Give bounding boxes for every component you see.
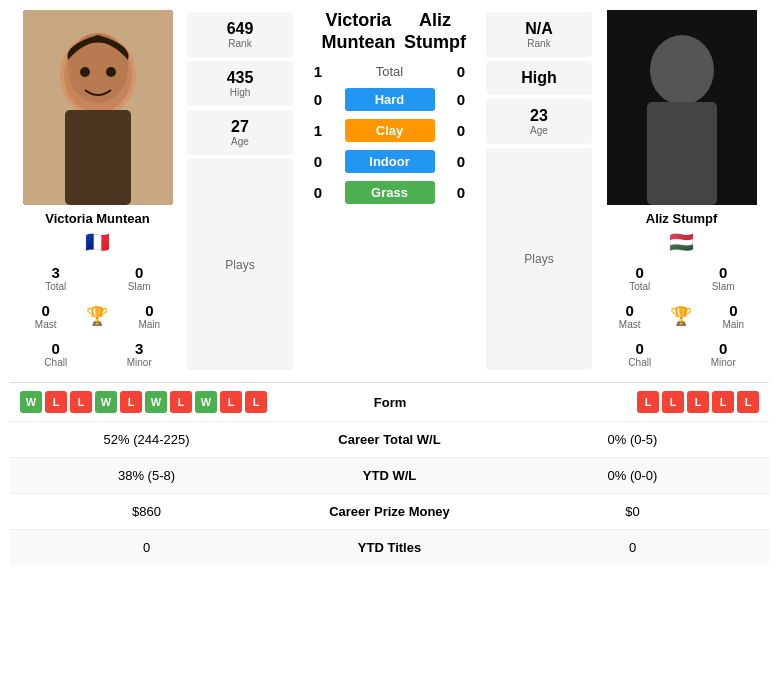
stats-row: 38% (5-8) YTD W/L 0% (0-0) — [10, 458, 769, 494]
form-badge-left: L — [220, 391, 242, 413]
stats-right-value: $0 — [511, 504, 754, 519]
form-badge-left: L — [120, 391, 142, 413]
stats-right-value: 0% (0-5) — [511, 432, 754, 447]
left-mast-main-row: 0 Mast 🏆 0 Main — [14, 298, 181, 334]
stats-row: 0 YTD Titles 0 — [10, 530, 769, 565]
surface-indoor-row: 0 Indoor 0 — [303, 150, 476, 173]
middle-section: Victoria Muntean Aliz Stumpf 1 Total 0 0… — [295, 10, 484, 372]
stats-right-value: 0 — [511, 540, 754, 555]
stats-left-value: 0 — [25, 540, 268, 555]
right-age-box: 23 Age — [486, 99, 592, 144]
left-minor-stat: 3 Minor — [117, 340, 162, 368]
surface-grass-row: 0 Grass 0 — [303, 181, 476, 204]
left-center-stats: 649 Rank 435 High 27 Age Plays — [185, 10, 295, 372]
form-badge-left: W — [195, 391, 217, 413]
form-badge-right: L — [637, 391, 659, 413]
right-main-stat: 0 Main — [711, 302, 756, 330]
left-form-badges: WLLWLWLWLL — [20, 391, 267, 413]
surface-clay-row: 1 Clay 0 — [303, 119, 476, 142]
form-badge-right: L — [662, 391, 684, 413]
form-badge-left: L — [170, 391, 192, 413]
left-player-name: Victoria Muntean — [45, 211, 150, 226]
total-surface-row: 1 Total 0 — [303, 63, 476, 80]
bottom-section: WLLWLWLWLL Form LLLLL 52% (244-225) Care… — [10, 382, 769, 565]
right-trophy-icon: 🏆 — [670, 307, 692, 325]
stats-center-label: Career Prize Money — [268, 504, 511, 519]
stats-row: $860 Career Prize Money $0 — [10, 494, 769, 530]
surface-rows: 0 Hard 0 1 Clay 0 0 Indoor 0 0 Grass — [303, 88, 476, 204]
right-plays-box: Plays — [486, 148, 592, 370]
stats-right-value: 0% (0-0) — [511, 468, 754, 483]
right-player-card: Aliz Stumpf 🇭🇺 0 Total 0 Slam — [594, 10, 769, 372]
header-right-name: Aliz Stumpf — [404, 10, 466, 53]
svg-point-6 — [106, 67, 116, 77]
left-high-box: 435 High — [187, 61, 293, 106]
right-player-flag: 🇭🇺 — [669, 230, 694, 254]
left-mast-stat: 0 Mast — [23, 302, 68, 330]
svg-point-8 — [650, 35, 714, 105]
surface-hard-row: 0 Hard 0 — [303, 88, 476, 111]
form-badge-right: L — [687, 391, 709, 413]
main-container: Victoria Muntean 🇫🇷 3 Total 0 Slam — [0, 0, 779, 575]
stats-center-label: YTD Titles — [268, 540, 511, 555]
svg-point-5 — [80, 67, 90, 77]
form-label: Form — [267, 395, 513, 410]
top-section: Victoria Muntean 🇫🇷 3 Total 0 Slam — [10, 10, 769, 372]
left-trophy-icon: 🏆 — [86, 307, 108, 325]
stats-left-value: 52% (244-225) — [25, 432, 268, 447]
right-center-stats: N/A Rank High 23 Age Plays — [484, 10, 594, 372]
left-player-card: Victoria Muntean 🇫🇷 3 Total 0 Slam — [10, 10, 185, 372]
player-header-row: Victoria Muntean Aliz Stumpf — [303, 10, 476, 53]
hard-badge: Hard — [345, 88, 435, 111]
right-chall-minor-row: 0 Chall 0 Minor — [598, 336, 765, 372]
right-form-badges: LLLLL — [513, 391, 759, 413]
left-rank-box: 649 Rank — [187, 12, 293, 57]
left-player-flag: 🇫🇷 — [85, 230, 110, 254]
svg-rect-9 — [647, 102, 717, 205]
header-left-name: Victoria Muntean — [313, 10, 404, 53]
stats-center-label: Career Total W/L — [268, 432, 511, 447]
form-badge-left: L — [245, 391, 267, 413]
form-badge-left: L — [70, 391, 92, 413]
left-chall-stat: 0 Chall — [33, 340, 78, 368]
left-plays-box: Plays — [187, 159, 293, 370]
stats-table: 52% (244-225) Career Total W/L 0% (0-5) … — [10, 422, 769, 565]
left-player-stats: 3 Total 0 Slam 0 Mast 🏆 0 — [10, 260, 185, 372]
right-player-photo — [607, 10, 757, 205]
stats-row: 52% (244-225) Career Total W/L 0% (0-5) — [10, 422, 769, 458]
left-total-stat: 3 Total — [33, 264, 78, 292]
right-player-stats: 0 Total 0 Slam 0 Mast 🏆 0 — [594, 260, 769, 372]
clay-badge: Clay — [345, 119, 435, 142]
right-rank-box: N/A Rank — [486, 12, 592, 57]
left-player-photo — [23, 10, 173, 205]
form-badge-left: W — [95, 391, 117, 413]
svg-rect-3 — [65, 110, 131, 205]
right-player-name: Aliz Stumpf — [646, 211, 718, 226]
stats-left-value: $860 — [25, 504, 268, 519]
left-main-stat: 0 Main — [127, 302, 172, 330]
right-total-stat: 0 Total — [617, 264, 662, 292]
right-slam-stat: 0 Slam — [701, 264, 746, 292]
left-age-box: 27 Age — [187, 110, 293, 155]
form-badge-left: L — [45, 391, 67, 413]
left-chall-minor-row: 0 Chall 3 Minor — [14, 336, 181, 372]
right-minor-stat: 0 Minor — [701, 340, 746, 368]
indoor-badge: Indoor — [345, 150, 435, 173]
right-high-box: High — [486, 61, 592, 95]
right-mast-stat: 0 Mast — [607, 302, 652, 330]
left-slam-stat: 0 Slam — [117, 264, 162, 292]
stats-left-value: 38% (5-8) — [25, 468, 268, 483]
right-chall-stat: 0 Chall — [617, 340, 662, 368]
stats-center-label: YTD W/L — [268, 468, 511, 483]
grass-badge: Grass — [345, 181, 435, 204]
right-total-slam-row: 0 Total 0 Slam — [598, 260, 765, 296]
form-badge-right: L — [737, 391, 759, 413]
form-badge-left: W — [20, 391, 42, 413]
form-badge-left: W — [145, 391, 167, 413]
form-row: WLLWLWLWLL Form LLLLL — [10, 383, 769, 422]
right-mast-main-row: 0 Mast 🏆 0 Main — [598, 298, 765, 334]
form-badge-right: L — [712, 391, 734, 413]
left-total-slam-row: 3 Total 0 Slam — [14, 260, 181, 296]
